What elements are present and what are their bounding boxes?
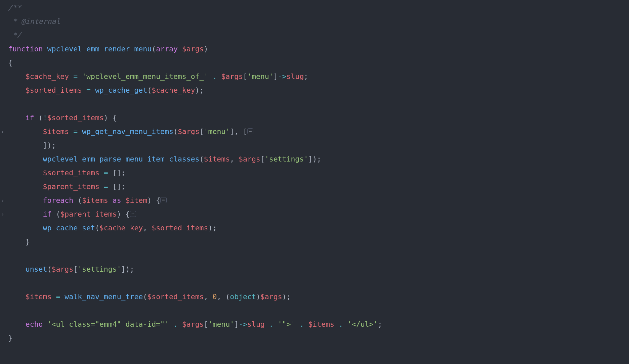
token: ( [95, 224, 99, 232]
code-content[interactable]: */ [8, 28, 21, 42]
code-line[interactable]: wp_cache_set($cache_key, $sorted_items); [0, 221, 629, 235]
token: ( [34, 113, 43, 122]
token: $cache_key [99, 224, 143, 232]
token: ( [152, 45, 156, 53]
code-line[interactable]: › $items = wp_get_nav_menu_items($args['… [0, 125, 629, 138]
token: . [269, 320, 274, 328]
code-line[interactable]: $parent_items = []; [0, 180, 629, 193]
token: $args [182, 320, 204, 328]
code-content[interactable]: if ($parent_items) {⋯ [8, 207, 136, 221]
token [343, 320, 347, 328]
code-content[interactable]: $sorted_items = []; [8, 166, 126, 180]
code-line[interactable]: wpclevel_emm_parse_menu_item_classes($it… [0, 152, 629, 166]
token [334, 320, 339, 328]
token: ( [147, 86, 152, 94]
token: [ [73, 265, 78, 273]
token: /** [8, 3, 21, 12]
code-content[interactable]: * @internal [8, 14, 60, 28]
token [304, 320, 308, 328]
code-content[interactable]: } [8, 235, 30, 248]
token: $parent_items [60, 210, 117, 218]
token [121, 196, 126, 204]
token: if [26, 113, 34, 122]
token: 'menu' [208, 320, 235, 328]
token: . [173, 320, 178, 328]
code-line[interactable] [0, 97, 629, 111]
token: ( [51, 210, 60, 218]
code-line[interactable] [0, 304, 629, 317]
token [51, 292, 56, 301]
token: = [104, 182, 108, 191]
code-line[interactable]: › foreach ($items as $item) {⋯ [0, 193, 629, 207]
token: ] [234, 320, 239, 328]
token: array [156, 45, 178, 53]
code-content[interactable]: if (!$sorted_items) { [8, 111, 117, 125]
code-line[interactable]: if (!$sorted_items) { [0, 111, 629, 125]
code-line[interactable] [0, 248, 629, 262]
token: walk_nav_menu_tree [65, 292, 143, 301]
token: = [73, 72, 78, 81]
token: 'menu' [204, 127, 230, 136]
code-line[interactable]: { [0, 56, 629, 70]
token [82, 86, 86, 94]
code-line[interactable]: $sorted_items = wp_cache_get($cache_key)… [0, 83, 629, 97]
code-fold-marker[interactable]: ⋯ [247, 128, 253, 134]
token [69, 127, 73, 136]
code-line[interactable]: $sorted_items = []; [0, 166, 629, 180]
token: wp_get_nav_menu_items [82, 127, 173, 136]
token [108, 196, 113, 204]
code-content[interactable]: unset($args['settings']); [8, 262, 134, 276]
code-fold-marker[interactable]: ⋯ [130, 211, 136, 217]
token: $sorted_items [26, 86, 82, 94]
code-line[interactable]: function wpclevel_emm_render_menu(array … [0, 42, 629, 56]
code-fold-marker[interactable]: ⋯ [160, 197, 166, 203]
token: '<ul class="emm4" data-id="' [47, 320, 169, 328]
code-content[interactable]: $cache_key = 'wpclevel_emm_menu_items_of… [8, 70, 308, 83]
token: slug [247, 320, 265, 328]
code-content[interactable]: wp_cache_set($cache_key, $sorted_items); [8, 221, 217, 235]
code-line[interactable] [0, 276, 629, 290]
fold-arrow-icon[interactable]: › [0, 125, 8, 138]
code-line[interactable]: echo '<ul class="emm4" data-id="' . $arg… [0, 317, 629, 331]
token: 0 [212, 292, 217, 301]
code-line[interactable]: */ [0, 28, 629, 42]
code-content[interactable]: wpclevel_emm_parse_menu_item_classes($it… [8, 152, 321, 166]
token: = [56, 292, 60, 301]
code-content[interactable]: /** [8, 1, 21, 14]
code-line[interactable]: › if ($parent_items) {⋯ [0, 207, 629, 221]
code-line[interactable]: unset($args['settings']); [0, 262, 629, 276]
code-editor[interactable]: /** * @internal */function wpclevel_emm_… [0, 0, 629, 345]
code-content[interactable]: $parent_items = []; [8, 180, 126, 193]
token: ) { [104, 113, 117, 122]
token: */ [8, 31, 21, 39]
token: ) { [117, 210, 130, 218]
code-line[interactable]: $cache_key = 'wpclevel_emm_menu_items_of… [0, 70, 629, 83]
token [8, 72, 26, 81]
code-line[interactable]: /** [0, 1, 629, 14]
code-line[interactable]: ]); [0, 138, 629, 152]
code-content[interactable]: foreach ($items as $item) {⋯ [8, 193, 167, 207]
fold-arrow-icon[interactable]: › [0, 207, 8, 221]
code-content[interactable]: echo '<ul class="emm4" data-id="' . $arg… [8, 317, 382, 331]
token: slug [287, 72, 304, 81]
code-content[interactable]: $sorted_items = wp_cache_get($cache_key)… [8, 83, 204, 97]
code-content[interactable]: ]); [8, 138, 56, 152]
token: = [73, 127, 78, 136]
token [274, 320, 278, 328]
code-line[interactable]: } [0, 331, 629, 345]
code-content[interactable]: } [8, 331, 12, 345]
code-line[interactable]: } [0, 235, 629, 248]
token: . [212, 72, 217, 81]
token: -> [278, 72, 287, 81]
token [8, 127, 43, 136]
code-content[interactable]: function wpclevel_emm_render_menu(array … [8, 42, 208, 56]
token: $args [178, 127, 200, 136]
code-content[interactable]: $items = walk_nav_menu_tree($sorted_item… [8, 290, 291, 304]
token: if [43, 210, 52, 218]
code-content[interactable]: $items = wp_get_nav_menu_items($args['me… [8, 125, 253, 138]
code-line[interactable]: $items = walk_nav_menu_tree($sorted_item… [0, 290, 629, 304]
code-content[interactable]: { [8, 56, 12, 70]
fold-arrow-icon[interactable]: › [0, 193, 8, 207]
code-line[interactable]: * @internal [0, 14, 629, 28]
token: $parent_items [43, 182, 99, 191]
